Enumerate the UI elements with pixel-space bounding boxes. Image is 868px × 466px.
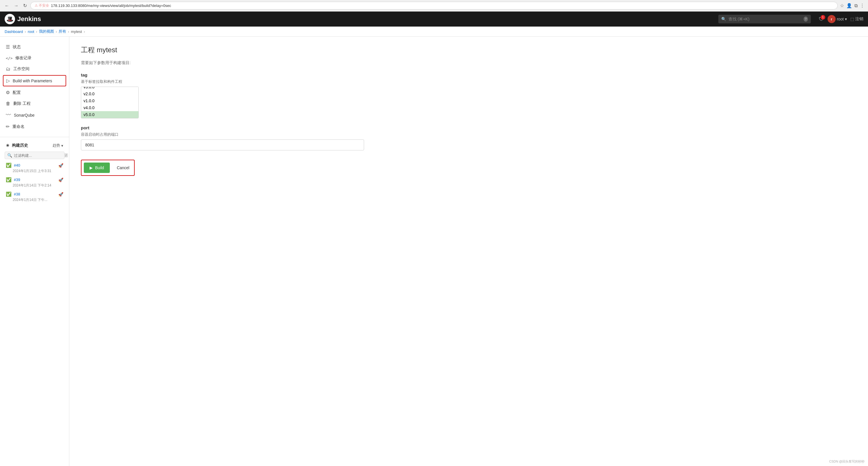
port-param-label: port: [81, 125, 857, 130]
sidebar-item-delete[interactable]: 🗑 删除 工程: [0, 98, 69, 109]
security-indicator: ⚠ 不安全: [35, 3, 49, 8]
build-link-39[interactable]: #39: [14, 177, 20, 182]
build-icon: ▷: [6, 78, 10, 84]
avatar: r: [828, 15, 836, 23]
sidebar-item-changes[interactable]: </> 修改记录: [0, 53, 69, 64]
jenkins-mascot-icon: 🎩: [5, 14, 15, 24]
build-history-header: ☀ 构建历史 趋势 ▾: [0, 141, 69, 151]
breadcrumb-root[interactable]: root: [28, 29, 34, 34]
build-success-icon-38: ✅: [6, 192, 11, 197]
jenkins-title: Jenkins: [17, 15, 41, 23]
rename-icon: ✏: [6, 124, 9, 129]
sidebar-item-config[interactable]: ⚙ 配置: [0, 87, 69, 98]
build-date-40: 2024年1月15日 上午3:31: [6, 169, 63, 173]
bookmark-button[interactable]: ☆: [840, 3, 844, 8]
status-label: 状态: [13, 44, 21, 49]
port-param-desc: 容器启动时占用的端口: [81, 132, 857, 137]
main-layout: ☰ 状态 </> 修改记录 🗂 工作空间 ▷ Build with Parame…: [0, 37, 868, 466]
profile-button[interactable]: 👤: [846, 3, 852, 8]
cancel-button[interactable]: Cancel: [115, 163, 132, 173]
build-date-38: 2024年1月14日 下午...: [6, 198, 63, 202]
filter-shortcut: /: [64, 153, 68, 157]
tag-option-v200[interactable]: v2.0.0: [81, 90, 138, 97]
browser-bar: ← → ↻ ⚠ 不安全 178.119.30.133:8080/me/my-vi…: [0, 0, 868, 11]
breadcrumb-sep-4: ›: [68, 29, 69, 34]
url-text: 178.119.30.133:8080/me/my-views/view/all…: [51, 3, 171, 8]
changes-icon: </>: [6, 56, 12, 60]
build-link-38[interactable]: #38: [14, 192, 20, 196]
build-item-38: ✅ #38 🚀 2024年1月14日 下午...: [0, 189, 69, 204]
status-icon: ☰: [6, 44, 10, 49]
build-success-icon: ✅: [6, 163, 11, 168]
logout-button[interactable]: ⬚ 注销: [850, 16, 863, 22]
topbar: 🎩 Jenkins 🔍 ? 🛡 1 r root ▾ ⬚ 注销: [0, 11, 868, 27]
build-item-39: ✅ #39 🚀 2024年1月14日 下午2:14: [0, 175, 69, 189]
tag-parameter: tag 基于标签拉取和构件工程 v3.0.0 v2.0.0 v1.0.0 v4.…: [81, 72, 857, 125]
breadcrumb: Dashboard › root › 我的视图 › 所有 › mytest ›: [0, 27, 868, 37]
workspace-icon: 🗂: [6, 66, 10, 72]
deploy-icon-40: 🚀: [58, 163, 63, 168]
sidebar-item-sonarqube[interactable]: 〰 SonarQube: [0, 109, 69, 121]
more-button[interactable]: ⋮: [860, 3, 865, 8]
workspace-label: 工作空间: [13, 66, 29, 72]
help-icon[interactable]: ?: [804, 16, 808, 22]
build-button[interactable]: ▶ Build: [84, 163, 110, 173]
search-container: 🔍 ?: [718, 15, 811, 23]
port-input[interactable]: [81, 139, 364, 151]
jenkins-logo[interactable]: 🎩 Jenkins: [5, 14, 45, 24]
breadcrumb-sep-5: ›: [84, 29, 85, 34]
build-success-icon-39: ✅: [6, 177, 11, 182]
tag-param-label: tag: [81, 72, 857, 77]
build-item-40: ✅ #40 🚀 2024年1月15日 上午3:31: [0, 160, 69, 175]
tag-option-v500[interactable]: v5.0.0: [81, 111, 138, 118]
trend-label: 趋势: [53, 143, 60, 148]
action-buttons: ▶ Build Cancel: [81, 160, 135, 176]
chevron-down-icon: ▾: [61, 143, 63, 148]
sidebar-item-rename[interactable]: ✏ 重命名: [0, 121, 69, 132]
filter-build-input[interactable]: [14, 153, 62, 158]
browser-actions: ☆ 👤 ⧉ ⋮: [840, 3, 865, 8]
deploy-icon-39: 🚀: [58, 177, 63, 182]
build-history-label: 构建历史: [12, 143, 28, 148]
tag-select[interactable]: v3.0.0 v2.0.0 v1.0.0 v4.0.0 v5.0.0: [81, 87, 139, 119]
user-menu-button[interactable]: r root ▾: [828, 15, 847, 23]
breadcrumb-dashboard[interactable]: Dashboard: [5, 29, 23, 34]
breadcrumb-all[interactable]: 所有: [59, 29, 66, 34]
extensions-button[interactable]: ⧉: [855, 3, 858, 8]
security-button[interactable]: 🛡 1: [819, 16, 824, 22]
build-link-40[interactable]: #40: [14, 163, 20, 167]
rename-label: 重命名: [12, 124, 25, 129]
breadcrumb-mytest: mytest: [71, 29, 82, 34]
config-icon: ⚙: [6, 90, 10, 95]
main-content: 工程 mytest 需要如下参数用于构建项目: tag 基于标签拉取和构件工程 …: [69, 37, 868, 466]
page-title: 工程 mytest: [81, 45, 857, 55]
forward-button[interactable]: →: [13, 3, 20, 9]
delete-label: 删除 工程: [13, 101, 31, 106]
build-date-39: 2024年1月14日 下午2:14: [6, 183, 63, 188]
filter-build-container: 🔍 /: [5, 152, 64, 159]
topbar-actions: 🛡 1 r root ▾ ⬚ 注销: [819, 15, 863, 23]
url-bar: ⚠ 不安全 178.119.30.133:8080/me/my-views/vi…: [30, 2, 838, 9]
sidebar-item-build-with-params[interactable]: ▷ Build with Parameters: [3, 75, 66, 86]
sidebar-item-status[interactable]: ☰ 状态: [0, 41, 69, 53]
search-input[interactable]: [728, 17, 801, 21]
logout-icon: ⬚: [850, 17, 854, 21]
reload-button[interactable]: ↻: [22, 2, 28, 9]
tag-option-v400[interactable]: v4.0.0: [81, 104, 138, 111]
security-badge: 1: [820, 15, 825, 20]
deploy-icon-38: 🚀: [58, 192, 63, 197]
trend-button[interactable]: 趋势 ▾: [53, 143, 63, 148]
tag-option-v100[interactable]: v1.0.0: [81, 97, 138, 104]
build-history-title: ☀ 构建历史: [6, 143, 28, 148]
build-history-section: ☀ 构建历史 趋势 ▾ 🔍 / ✅ #40 🚀 2024年1月1: [0, 137, 69, 204]
search-icon: 🔍: [7, 153, 12, 158]
delete-icon: 🗑: [6, 101, 10, 106]
back-button[interactable]: ←: [3, 3, 10, 9]
breadcrumb-myviews[interactable]: 我的视图: [39, 29, 54, 34]
sidebar-item-workspace[interactable]: 🗂 工作空间: [0, 64, 69, 74]
tag-option-v300[interactable]: v3.0.0: [81, 87, 138, 90]
description: 需要如下参数用于构建项目:: [81, 60, 857, 66]
breadcrumb-sep-3: ›: [56, 29, 57, 34]
play-icon: ▶: [90, 165, 93, 170]
search-icon: 🔍: [721, 17, 726, 21]
